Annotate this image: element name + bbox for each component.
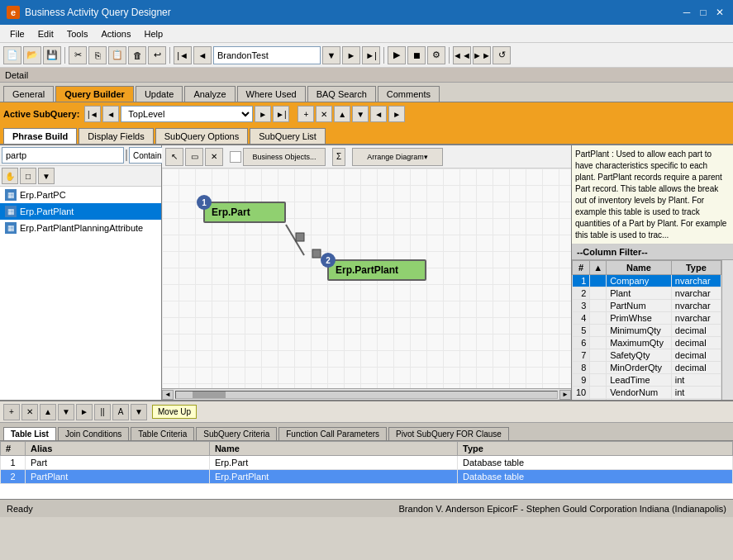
subquery-first[interactable]: |◄	[84, 106, 101, 122]
bot-stop[interactable]: ||	[94, 404, 111, 420]
bot-play[interactable]: ►	[76, 404, 93, 420]
toolbar-next[interactable]: ►	[342, 46, 360, 64]
menu-edit[interactable]: Edit	[31, 27, 60, 40]
column-list-scroll[interactable]: # ▲ Name Type 1 Company nvarchar 2 Plant…	[572, 260, 721, 400]
tree-btn-hand[interactable]: ✋	[2, 168, 18, 184]
diagram-canvas[interactable]: 1 Erp.Part 2 Erp.PartPlant	[162, 168, 571, 388]
btab-table-list[interactable]: Table List	[3, 427, 56, 440]
search-input[interactable]	[2, 147, 124, 164]
subquery-last[interactable]: ►|	[273, 106, 289, 122]
bot-add[interactable]: +	[3, 404, 20, 420]
diagram-scrollbar-h[interactable]: ◄ ►	[162, 388, 571, 400]
column-row[interactable]: 3 PartNum nvarchar	[573, 300, 721, 312]
subquery-opt2[interactable]: ►	[388, 106, 405, 122]
minimize-button[interactable]: ─	[680, 6, 693, 19]
bot-more[interactable]: ▼	[131, 404, 147, 420]
menu-actions[interactable]: Actions	[94, 27, 137, 40]
right-scrollbar[interactable]	[721, 260, 733, 400]
toolbar-delete[interactable]: 🗑	[128, 46, 146, 64]
column-row[interactable]: 4 PrimWhse nvarchar	[573, 312, 721, 325]
toolbar-settings[interactable]: ⚙	[427, 46, 445, 64]
btab-function-call[interactable]: Function Call Parameters	[278, 427, 387, 440]
subquery-next[interactable]: ►	[255, 106, 271, 122]
tree-btn-down[interactable]: ▼	[38, 168, 55, 184]
toolbar-cut[interactable]: ✂	[69, 46, 87, 64]
tab-subquery-list[interactable]: SubQuery List	[250, 128, 326, 144]
scroll-left-btn[interactable]: ◄	[162, 390, 174, 400]
diag-select[interactable]: ▭	[185, 148, 203, 166]
tab-query-builder[interactable]: Query Builder	[55, 86, 134, 102]
bottom-table-row[interactable]: 1 Part Erp.Part Database table	[1, 456, 733, 470]
btab-subquery-criteria[interactable]: SubQuery Criteria	[196, 427, 277, 440]
bot-text[interactable]: A	[112, 404, 129, 420]
bot-down[interactable]: ▼	[58, 404, 74, 420]
maximize-button[interactable]: □	[697, 6, 710, 19]
toolbar-dropdown[interactable]: ▼	[322, 46, 340, 64]
tree-item-partplant[interactable]: ▦ Erp.PartPlant	[0, 203, 161, 220]
toolbar-stop[interactable]: ⏹	[407, 46, 426, 64]
column-row[interactable]: 2 Plant nvarchar	[573, 287, 721, 300]
btab-pivot[interactable]: Pivot SubQuery FOR Clause	[388, 427, 509, 440]
toolbar-paste[interactable]: 📋	[108, 46, 126, 64]
column-row[interactable]: 10 VendorNum int	[573, 387, 721, 399]
bot-up[interactable]: ▲	[40, 404, 56, 420]
subquery-combo[interactable]: TopLevel	[121, 106, 253, 122]
sep1	[64, 47, 65, 64]
close-button[interactable]: ✕	[713, 6, 726, 19]
tab-analyze[interactable]: Analyze	[184, 86, 235, 102]
toolbar-refresh[interactable]: ↺	[493, 46, 511, 64]
tab-display-fields[interactable]: Display Fields	[79, 128, 153, 144]
tree-btn-box[interactable]: □	[20, 168, 36, 184]
tree-item-partpc[interactable]: ▦ Erp.PartPC	[0, 187, 161, 203]
subquery-opt1[interactable]: ◄	[370, 106, 387, 122]
column-row[interactable]: 7 SafetyQty decimal	[573, 349, 721, 362]
query-name-input[interactable]	[213, 46, 321, 64]
tab-update[interactable]: Update	[136, 86, 183, 102]
toolbar-play[interactable]: ▶	[388, 46, 406, 64]
tab-general[interactable]: General	[3, 86, 54, 102]
btab-join-conditions[interactable]: Join Conditions	[58, 427, 129, 440]
search-clear-btn[interactable]	[126, 149, 127, 161]
scroll-right-btn[interactable]: ►	[559, 390, 571, 400]
subquery-down[interactable]: ▼	[352, 106, 369, 122]
toolbar-new[interactable]: 📄	[3, 46, 21, 64]
menu-file[interactable]: File	[3, 27, 31, 40]
subquery-delete[interactable]: ✕	[316, 106, 332, 122]
tab-comments[interactable]: Comments	[378, 86, 440, 102]
tab-baq-search[interactable]: BAQ Search	[307, 86, 376, 102]
toolbar-next2[interactable]: ►►	[473, 46, 491, 64]
tree-item-partplantplanning[interactable]: ▦ Erp.PartPlantPlanningAttribute	[0, 220, 161, 236]
btab-table-criteria[interactable]: Table Criteria	[131, 427, 194, 440]
subquery-up[interactable]: ▲	[334, 106, 350, 122]
tab-phrase-build[interactable]: Phrase Build	[3, 128, 77, 144]
tab-subquery-options[interactable]: SubQuery Options	[155, 128, 249, 144]
diag-arrange[interactable]: Arrange Diagram▾	[352, 148, 443, 166]
toolbar-undo[interactable]: ↩	[148, 46, 166, 64]
tab-where-used[interactable]: Where Used	[237, 86, 306, 102]
diag-delete[interactable]: ✕	[205, 148, 223, 166]
toolbar-last[interactable]: ►|	[362, 46, 380, 64]
table-node-erppart[interactable]: 1 Erp.Part	[203, 202, 286, 223]
toolbar-prev[interactable]: ◄	[193, 46, 212, 64]
toolbar-open[interactable]: 📂	[23, 46, 41, 64]
column-row[interactable]: 5 MinimumQty decimal	[573, 325, 721, 337]
column-row[interactable]: 11 PurPoint nvarchar	[573, 399, 721, 401]
toolbar-prev2[interactable]: ◄◄	[453, 46, 471, 64]
column-row[interactable]: 1 Company nvarchar	[573, 275, 721, 287]
diag-pointer[interactable]: ↖	[165, 148, 183, 166]
toolbar-save[interactable]: 💾	[43, 46, 61, 64]
subquery-add[interactable]: +	[297, 106, 314, 122]
column-row[interactable]: 6 MaximumQty decimal	[573, 337, 721, 349]
menu-tools[interactable]: Tools	[60, 27, 95, 40]
menu-help[interactable]: Help	[137, 27, 169, 40]
diag-sigma[interactable]: Σ	[332, 148, 345, 166]
subquery-prev[interactable]: ◄	[102, 106, 119, 122]
bottom-table-row[interactable]: 2 PartPlant Erp.PartPlant Database table	[1, 470, 733, 484]
table-node-erppartplant[interactable]: 2 Erp.PartPlant	[327, 259, 426, 281]
column-row[interactable]: 8 MinOrderQty decimal	[573, 362, 721, 374]
toolbar-copy[interactable]: ⎘	[88, 46, 107, 64]
bot-delete[interactable]: ✕	[21, 404, 38, 420]
column-row[interactable]: 9 LeadTime int	[573, 374, 721, 387]
toolbar-first[interactable]: |◄	[174, 46, 192, 64]
diag-business-objects[interactable]: Business Objects...	[243, 148, 326, 166]
